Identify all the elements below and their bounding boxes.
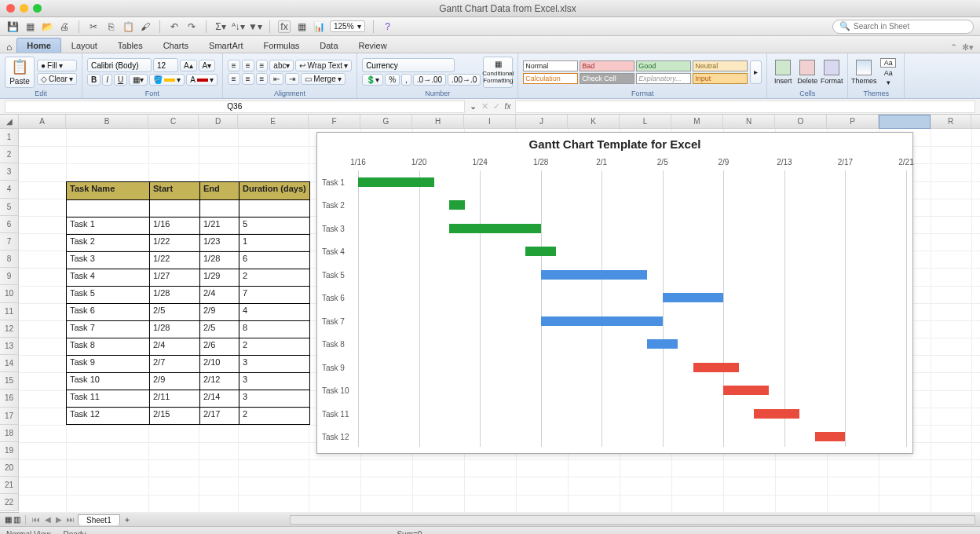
col-header-K[interactable]: K xyxy=(568,115,620,128)
maximize-window-button[interactable] xyxy=(33,4,42,13)
row-header-17[interactable]: 17 xyxy=(0,408,19,425)
undo-icon[interactable]: ↶ xyxy=(168,20,181,33)
comma-icon[interactable]: , xyxy=(401,74,411,86)
table-cell[interactable]: Task 11 xyxy=(67,390,149,407)
table-cell[interactable]: 3 xyxy=(239,390,309,407)
row-header-18[interactable]: 18 xyxy=(0,425,19,442)
wrap-text-button[interactable]: ↩ Wrap Text ▾ xyxy=(295,60,352,71)
table-cell[interactable]: 2/6 xyxy=(199,338,239,355)
table-cell[interactable]: 3 xyxy=(239,355,309,372)
table-cell[interactable]: 1/23 xyxy=(199,234,239,251)
row-header-9[interactable]: 9 xyxy=(0,268,19,285)
row-header-19[interactable]: 19 xyxy=(0,442,19,459)
fx-icon[interactable]: fx xyxy=(278,20,291,33)
formula-input[interactable] xyxy=(515,101,975,113)
gantt-bar[interactable] xyxy=(525,247,556,256)
copy-icon[interactable]: ⎘ xyxy=(104,20,117,33)
percent-icon[interactable]: % xyxy=(385,74,400,86)
table-cell[interactable]: Task 1 xyxy=(67,217,149,234)
search-box[interactable]: 🔍 xyxy=(832,20,974,34)
accept-formula-icon[interactable]: ✓ xyxy=(493,101,500,112)
ribbon-expand-icon[interactable]: ⌃ xyxy=(950,42,957,53)
decrease-decimal-icon[interactable]: .00→.0 xyxy=(448,74,481,86)
themes-button[interactable]: Themes xyxy=(853,60,875,85)
table-cell[interactable]: 2 xyxy=(239,269,309,286)
table-cell[interactable]: 2/9 xyxy=(199,303,239,320)
namebox-dropdown-icon[interactable]: ⌄ xyxy=(470,101,477,112)
col-header-A[interactable]: A xyxy=(19,115,66,128)
open-icon[interactable]: 📂 xyxy=(41,20,53,33)
table-cell[interactable]: 1/16 xyxy=(149,217,199,234)
style-bad[interactable]: Bad xyxy=(580,60,634,71)
gantt-chart[interactable]: Gantt Chart Template for Excel 1/161/201… xyxy=(316,132,913,454)
table-header[interactable]: Start xyxy=(149,182,199,199)
table-cell[interactable]: 1/22 xyxy=(149,234,199,251)
row-header-21[interactable]: 21 xyxy=(0,477,19,494)
gantt-bar[interactable] xyxy=(693,363,739,372)
fx-label[interactable]: fx xyxy=(505,102,511,111)
row-header-14[interactable]: 14 xyxy=(0,355,19,372)
align-left-icon[interactable]: ≡ xyxy=(228,73,240,85)
ribbon-tab-charts[interactable]: Charts xyxy=(153,38,199,53)
table-cell[interactable]: 5 xyxy=(239,217,309,234)
table-cell[interactable] xyxy=(67,199,149,217)
font-size-dropdown[interactable] xyxy=(153,58,178,72)
indent-increase-icon[interactable]: ⇥ xyxy=(285,73,299,85)
styles-more-icon[interactable]: ▸ xyxy=(750,60,762,84)
row-header-15[interactable]: 15 xyxy=(0,372,19,390)
table-cell[interactable]: 2/7 xyxy=(149,355,199,372)
table-cell[interactable]: 2/5 xyxy=(149,303,199,320)
table-cell[interactable]: Task 5 xyxy=(67,286,149,303)
table-cell[interactable]: 1/21 xyxy=(199,217,239,234)
table-cell[interactable]: 4 xyxy=(239,303,309,320)
ribbon-tab-data[interactable]: Data xyxy=(309,38,348,53)
table-cell[interactable]: Task 9 xyxy=(67,355,149,372)
row-header-20[interactable]: 20 xyxy=(0,459,19,477)
row-header-22[interactable]: 22 xyxy=(0,494,19,511)
col-header-I[interactable]: I xyxy=(464,115,516,128)
table-cell[interactable]: 8 xyxy=(239,320,309,338)
table-cell[interactable]: 1/29 xyxy=(199,269,239,286)
paste-icon[interactable]: 📋 xyxy=(122,20,134,33)
gantt-bar[interactable] xyxy=(358,177,434,187)
tab-nav-last-icon[interactable]: ⏭ xyxy=(65,515,76,524)
gantt-bar[interactable] xyxy=(754,409,799,419)
view-normal-icon[interactable]: ▦ xyxy=(5,515,12,524)
align-center-icon[interactable]: ≡ xyxy=(242,73,254,85)
format-cells-button[interactable]: Format xyxy=(821,60,843,85)
align-right-icon[interactable]: ≡ xyxy=(256,73,269,85)
style-calculation[interactable]: Calculation xyxy=(523,73,578,84)
table-cell[interactable]: 1/27 xyxy=(149,269,199,286)
row-header-8[interactable]: 8 xyxy=(0,251,19,268)
style-check-cell[interactable]: Check Cell xyxy=(580,73,634,84)
ribbon-tab-review[interactable]: Review xyxy=(349,38,397,53)
col-header-N[interactable]: N xyxy=(723,115,775,128)
row-header-13[interactable]: 13 xyxy=(0,338,19,355)
col-header-G[interactable]: G xyxy=(360,115,412,128)
cell-styles-gallery[interactable]: Normal Bad Good Neutral Calculation Chec… xyxy=(523,60,748,84)
align-top-icon[interactable]: ≡ xyxy=(228,60,240,71)
table-cell[interactable]: 1/22 xyxy=(149,251,199,269)
italic-button[interactable]: I xyxy=(102,74,112,86)
fill-dropdown[interactable]: ● Fill ▾ xyxy=(37,60,77,71)
clear-dropdown[interactable]: ◇ Clear ▾ xyxy=(37,73,77,85)
col-header-H[interactable]: H xyxy=(412,115,464,128)
gantt-bar[interactable] xyxy=(449,224,540,233)
gantt-bar[interactable] xyxy=(449,200,464,210)
gantt-bar[interactable] xyxy=(663,293,724,302)
table-cell[interactable]: 2/12 xyxy=(199,372,239,390)
row-header-5[interactable]: 5 xyxy=(0,199,19,216)
ribbon-tab-formulas[interactable]: Formulas xyxy=(253,38,309,53)
table-cell[interactable]: 1/28 xyxy=(149,286,199,303)
col-header-M[interactable]: M xyxy=(671,115,723,128)
table-cell[interactable]: 3 xyxy=(239,372,309,390)
theme-fonts-button[interactable]: AaAa▾ xyxy=(877,60,899,85)
table-cell[interactable]: 2/11 xyxy=(149,390,199,407)
print-icon[interactable]: 🖨 xyxy=(58,20,71,33)
autosum-icon[interactable]: Σ▾ xyxy=(214,20,227,33)
table-cell[interactable]: Task 7 xyxy=(67,320,149,338)
view-layout-icon[interactable]: ▥ xyxy=(13,515,20,524)
delete-cells-button[interactable]: Delete xyxy=(796,60,818,85)
align-bottom-icon[interactable]: ≡ xyxy=(256,60,269,71)
conditional-formatting-button[interactable]: ▦Conditional Formatting xyxy=(483,57,513,88)
